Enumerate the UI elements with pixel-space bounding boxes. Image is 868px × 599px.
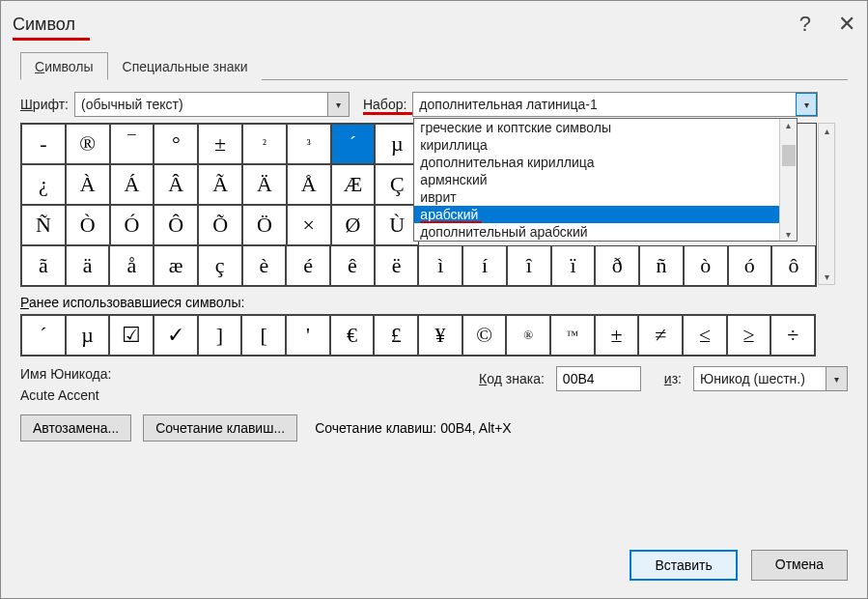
recent-cell[interactable]: € [330,315,375,356]
symbol-cell[interactable]: ² [242,124,287,164]
unicode-name-value: Acute Accent [20,387,111,403]
symbol-cell[interactable]: Â [154,164,198,205]
symbol-cell[interactable]: ± [198,124,242,164]
autocorrect-button[interactable]: Автозамена... [20,414,131,442]
recent-cell[interactable]: ´ [21,315,66,356]
set-select[interactable]: дополнительная латиница-1 ▾ греческие и … [412,92,818,117]
shortcut-button[interactable]: Сочетание клавиш... [143,414,297,442]
symbol-cell[interactable]: µ [375,124,419,164]
symbol-cell[interactable]: Ã [198,164,242,205]
set-option[interactable]: армянский [414,171,797,188]
symbol-cell[interactable]: Ä [242,164,287,205]
recent-cell[interactable]: ' [286,315,330,356]
recent-cell[interactable]: ÷ [770,315,815,356]
symbol-cell[interactable]: Æ [331,164,376,205]
recent-cell[interactable]: µ [66,315,110,356]
scroll-thumb[interactable] [782,145,796,166]
recent-cell[interactable]: ☑ [109,315,154,356]
scroll-down-icon[interactable]: ▾ [823,270,831,284]
symbol-cell[interactable]: - [21,124,66,164]
font-dropdown-button[interactable]: ▾ [327,93,349,116]
chevron-down-icon: ▾ [336,100,341,110]
symbol-cell[interactable]: è [242,245,287,286]
recent-cell[interactable]: ] [198,315,242,356]
recent-cell[interactable]: © [462,315,507,356]
symbol-cell[interactable]: ³ [287,124,331,164]
insert-button[interactable]: Вставить [630,550,737,581]
font-select[interactable]: (обычный текст) ▾ [74,92,350,117]
set-option[interactable]: иврит [414,188,797,206]
scroll-down-icon[interactable]: ▾ [785,228,792,241]
set-option[interactable]: кириллица [414,136,797,154]
code-input[interactable] [556,366,641,391]
symbol-cell[interactable]: Ó [110,205,154,245]
recent-cell[interactable]: ± [595,315,639,356]
symbol-cell[interactable]: Ø [331,205,376,245]
symbol-cell[interactable]: À [66,164,110,205]
recent-cell[interactable]: [ [241,315,286,356]
symbol-cell[interactable]: ç [198,245,242,286]
symbol-cell[interactable]: í [462,245,507,286]
dropdown-scrollbar[interactable]: ▴ ▾ [779,119,797,241]
symbol-cell[interactable]: é [286,245,330,286]
close-icon[interactable]: ✕ [838,12,855,37]
symbol-cell[interactable]: Ò [66,205,110,245]
set-option[interactable]: дополнительная кириллица [414,154,797,171]
grid-scrollbar[interactable]: ▴ ▾ [818,123,835,285]
symbol-cell[interactable]: ‾ [110,124,154,164]
scroll-up-icon[interactable]: ▴ [785,119,792,131]
recent-grid: ´ µ ☑ ✓ ] [ ' € £ ¥ © ® ™ ± ≠ ≤ ≥ ÷ [20,314,816,357]
symbol-cell[interactable]: × [287,205,331,245]
help-icon[interactable]: ? [799,12,811,37]
set-option[interactable]: греческие и коптские символы [414,119,797,136]
symbol-cell[interactable]: Õ [198,205,242,245]
from-dropdown-button[interactable]: ▾ [826,367,847,390]
symbol-cell[interactable]: Á [110,164,154,205]
cancel-button[interactable]: Отмена [751,550,848,581]
set-option[interactable]: дополнительный арабский [414,223,797,241]
symbol-cell[interactable]: Ñ [21,205,66,245]
recent-cell[interactable]: ™ [550,315,595,356]
set-dropdown-list: греческие и коптские символы кириллица д… [413,118,798,242]
symbol-cell[interactable]: ä [66,245,110,286]
symbol-cell[interactable]: ã [21,245,66,286]
symbol-cell[interactable]: Å [287,164,331,205]
symbol-cell[interactable]: ¿ [21,164,66,205]
set-option-selected[interactable]: арабский [414,206,797,223]
symbol-cell-selected[interactable]: ´ [331,124,376,164]
symbol-cell[interactable]: ñ [639,245,684,286]
symbol-cell[interactable]: ô [771,245,816,286]
symbol-cell[interactable]: Ö [242,205,287,245]
symbol-cell[interactable]: Ô [154,205,198,245]
symbol-cell[interactable]: ° [154,124,198,164]
symbol-cell[interactable]: ® [66,124,110,164]
tab-special[interactable]: Специальные знаки [108,52,263,80]
symbol-cell[interactable]: Ù [375,205,419,245]
symbol-cell[interactable]: ê [330,245,375,286]
symbol-cell[interactable]: ì [418,245,462,286]
symbol-cell[interactable]: ï [551,245,596,286]
symbol-cell[interactable]: ð [595,245,639,286]
tab-symbols[interactable]: Символы [20,52,108,80]
symbol-cell[interactable]: ò [684,245,728,286]
recent-cell[interactable]: ≤ [683,315,727,356]
recent-cell[interactable]: £ [374,315,418,356]
recent-cell[interactable]: ¥ [418,315,462,356]
symbol-cell[interactable]: å [109,245,154,286]
set-dropdown-button[interactable]: ▾ [796,93,817,116]
recent-cell[interactable]: ® [506,315,550,356]
symbol-dialog: Символ ? ✕ Символы Специальные знаки Шри… [0,0,868,599]
symbol-cell[interactable]: Ç [375,164,419,205]
shortcut-text: Сочетание клавиш: 00B4, Alt+X [315,420,512,436]
dialog-title: Символ [13,14,75,35]
from-value: Юникод (шестн.) [694,369,826,388]
recent-cell[interactable]: ≥ [727,315,771,356]
recent-cell[interactable]: ✓ [154,315,198,356]
recent-cell[interactable]: ≠ [638,315,683,356]
from-select[interactable]: Юникод (шестн.) ▾ [693,366,848,391]
symbol-cell[interactable]: ë [375,245,419,286]
scroll-up-icon[interactable]: ▴ [823,124,831,138]
symbol-cell[interactable]: î [507,245,551,286]
symbol-cell[interactable]: æ [154,245,198,286]
symbol-cell[interactable]: ó [728,245,772,286]
